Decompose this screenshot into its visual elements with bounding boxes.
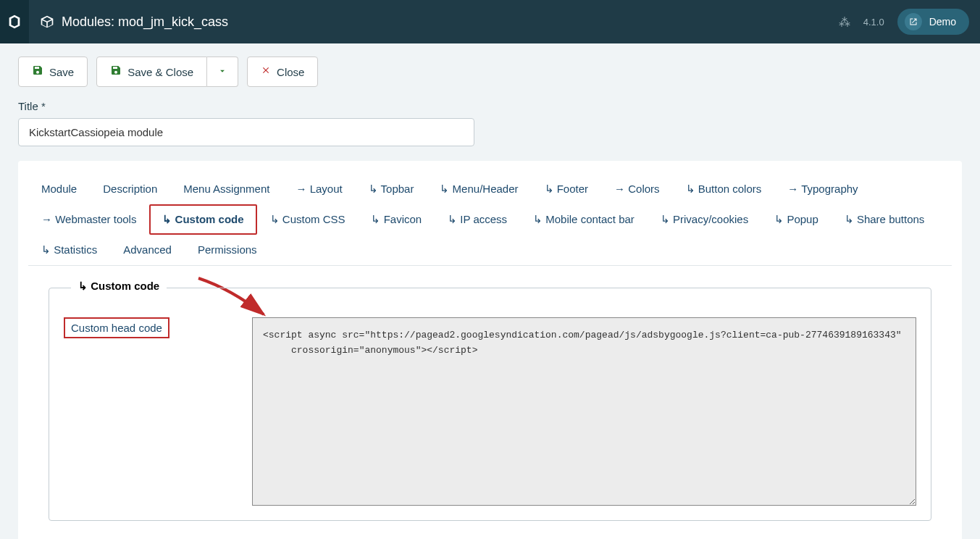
close-button[interactable]: Close — [247, 57, 318, 87]
tab-footer[interactable]: ↳ Footer — [532, 174, 602, 204]
tab-webmaster-tools[interactable]: → Webmaster tools — [28, 204, 149, 235]
save-icon — [110, 64, 122, 79]
demo-button[interactable]: Demo — [897, 9, 969, 35]
title-label: Title * — [18, 100, 962, 112]
title-row: Title * — [18, 100, 962, 146]
tabs-panel: ModuleDescriptionMenu Assignment→ Layout… — [18, 161, 962, 539]
chevron-down-icon — [217, 66, 227, 78]
save-close-button[interactable]: Save & Close — [96, 57, 207, 87]
tab-typography[interactable]: → Typography — [774, 174, 871, 204]
tab-custom-css[interactable]: ↳ Custom CSS — [257, 204, 359, 235]
tab-description[interactable]: Description — [90, 174, 170, 204]
tab-favicon[interactable]: ↳ Favicon — [358, 204, 435, 235]
save-label: Save — [49, 66, 74, 78]
version-text: 4.1.0 — [863, 17, 884, 28]
tab-menu-header[interactable]: ↳ Menu/Header — [427, 174, 531, 204]
tab-mobile-contact-bar[interactable]: ↳ Mobile contact bar — [520, 204, 648, 235]
tab-module[interactable]: Module — [28, 174, 90, 204]
content: Title * ModuleDescriptionMenu Assignment… — [0, 100, 980, 539]
tabs: ModuleDescriptionMenu Assignment→ Layout… — [28, 174, 952, 266]
field-row: Custom head code — [64, 317, 916, 506]
joomla-version-icon: ⁂ — [839, 15, 850, 29]
cube-icon — [40, 14, 54, 29]
demo-label: Demo — [929, 16, 956, 28]
tab-ip-access[interactable]: ↳ IP access — [435, 204, 520, 235]
tab-topbar[interactable]: ↳ Topbar — [356, 174, 427, 204]
save-close-label: Save & Close — [127, 66, 193, 78]
page-title: Modules: mod_jm_kick_cass — [62, 14, 839, 30]
tab-custom-code[interactable]: ↳ Custom code — [149, 204, 256, 235]
toolbar: Save Save & Close Close — [0, 43, 980, 100]
tab-advanced[interactable]: Advanced — [110, 235, 185, 265]
fieldset-legend: ↳ Custom code — [71, 280, 167, 293]
label-box: Custom head code — [64, 317, 238, 338]
tab-menu-assignment[interactable]: Menu Assignment — [170, 174, 282, 204]
save-icon — [32, 64, 43, 79]
close-label: Close — [277, 66, 304, 78]
tab-permissions[interactable]: Permissions — [185, 235, 270, 265]
save-close-group: Save & Close — [96, 57, 238, 87]
header-right: ⁂ 4.1.0 Demo — [839, 9, 969, 35]
save-button[interactable]: Save — [18, 57, 88, 87]
save-dropdown-button[interactable] — [207, 57, 238, 87]
close-icon — [261, 65, 271, 78]
tab-popup[interactable]: ↳ Popup — [761, 204, 832, 235]
header-bar: Modules: mod_jm_kick_cass ⁂ 4.1.0 Demo — [0, 0, 980, 43]
tab-button-colors[interactable]: ↳ Button colors — [673, 174, 775, 204]
tab-layout[interactable]: → Layout — [282, 174, 355, 204]
custom-code-fieldset: ↳ Custom code Custom head code — [49, 288, 931, 521]
tab-content: ↳ Custom code Custom head code — [28, 266, 952, 535]
tab-share-buttons[interactable]: ↳ Share buttons — [832, 204, 938, 235]
tab-colors[interactable]: → Colors — [601, 174, 673, 204]
title-input[interactable] — [18, 118, 474, 146]
external-link-icon — [905, 13, 922, 30]
tab-privacy-cookies[interactable]: ↳ Privacy/cookies — [648, 204, 761, 235]
tab-statistics[interactable]: ↳ Statistics — [28, 235, 110, 265]
custom-head-code-label: Custom head code — [64, 317, 169, 338]
joomla-logo[interactable] — [0, 0, 29, 43]
custom-head-code-textarea[interactable] — [252, 317, 916, 506]
